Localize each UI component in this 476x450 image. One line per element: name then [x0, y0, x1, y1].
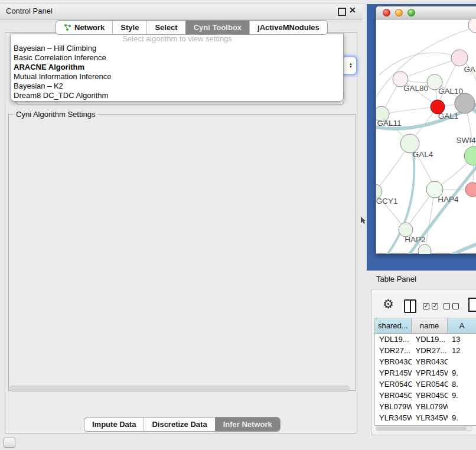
control-panel-tabbar: Network Style Select Cyni Toolbox jActiv… — [56, 20, 328, 35]
table-cell: YBR043C — [412, 356, 448, 367]
settings-horizontal-scrollbar[interactable] — [9, 386, 350, 392]
table-cell: YDR27... — [375, 345, 412, 356]
network-graph-canvas[interactable]: GALGAL80GAL10GAL1GAL11SWI4GAL4GCY1HAP4YH… — [376, 19, 476, 254]
table-cell: YER054C — [375, 379, 412, 390]
table-cell: YBR045C — [375, 390, 412, 401]
algorithm-dropdown-popup: Select algorithm to view settings Bayesi… — [11, 34, 344, 102]
table-cell: YBL079W — [412, 401, 448, 412]
network-node-label: SWI4 — [456, 136, 475, 145]
table-cell: 8. — [448, 379, 476, 390]
table-panel-title: Table Panel — [376, 275, 416, 283]
table-cell: YBL079W — [375, 401, 412, 412]
network-window-titlebar[interactable] — [376, 6, 476, 19]
table-horizontal-scrollbar[interactable] — [376, 426, 472, 431]
select-all-checkboxes-icon[interactable] — [423, 303, 438, 309]
close-window-button[interactable] — [383, 9, 390, 17]
combo-arrows-icon — [349, 63, 353, 69]
network-node[interactable] — [455, 93, 475, 113]
cyni-algorithm-settings-panel: Cyni Algorithm Settings — [8, 114, 356, 391]
screen: { "colors": { "legend_blue": "#2a2ad2", … — [0, 0, 476, 450]
document-icon[interactable] — [468, 298, 476, 312]
cyni-bottom-tabbar: Impute Data Discretize Data Infer Networ… — [84, 417, 281, 432]
table-cell: YBR043C — [375, 356, 412, 367]
table-row[interactable]: YBL079WYBL079W — [375, 401, 476, 412]
table-cell: YDL19... — [375, 334, 412, 345]
tab-network-label: Network — [74, 21, 105, 34]
dropdown-item-highlighted[interactable]: ARACNE Algorithm — [11, 63, 343, 72]
network-node-label: HAP2 — [405, 235, 425, 244]
table-cell: 12 — [448, 345, 476, 356]
control-panel-title: Control Panel — [6, 6, 53, 15]
mouse-cursor — [361, 217, 366, 224]
table-cell: YLR345W — [412, 412, 448, 423]
table-row[interactable]: YLR345WYLR345W9. — [375, 412, 476, 423]
column-header-shared-name[interactable]: shared... — [375, 318, 412, 333]
network-edge — [379, 53, 459, 75]
checkbox-checked-icon — [423, 303, 429, 309]
dropdown-item[interactable]: Mutual Information Inference — [11, 72, 343, 81]
network-node-label: GAL80 — [403, 84, 428, 93]
minimize-window-button[interactable] — [395, 9, 403, 17]
network-node-label: GAL — [464, 65, 476, 74]
dropdown-item[interactable]: Bayesian – K2 — [11, 81, 343, 91]
table-cell: 13 — [448, 334, 476, 345]
table-cell — [448, 401, 476, 412]
table-cell: YPR145W — [412, 367, 448, 379]
dropdown-placeholder: Select algorithm to view settings — [11, 34, 343, 44]
tab-jactivemnodules[interactable]: jActiveMNodules — [249, 21, 327, 34]
table-cell: YDL19... — [412, 334, 448, 345]
dropdown-item[interactable]: Basic Correlation Inference — [11, 53, 343, 63]
network-node[interactable] — [468, 19, 476, 33]
table-cell: YPR145W — [375, 367, 412, 379]
table-row[interactable]: YDL19...YDL19...13 — [375, 334, 476, 345]
column-header-partial[interactable]: A — [448, 318, 476, 333]
table-row[interactable]: YBR043CYBR043C — [375, 356, 476, 367]
tab-network[interactable]: Network — [56, 21, 112, 34]
table-cell: YBR045C — [412, 390, 448, 401]
float-panel-icon[interactable] — [338, 8, 346, 16]
table-row[interactable]: YBR045CYBR045C9. — [375, 390, 476, 401]
table-panel-divider — [367, 270, 476, 271]
settings-group-title: Cyni Algorithm Settings — [14, 110, 97, 119]
tab-cyni-toolbox[interactable]: Cyni Toolbox — [185, 21, 249, 34]
close-panel-icon[interactable]: ✕ — [349, 5, 356, 15]
table-cell: YER054C — [412, 379, 448, 390]
table-row[interactable]: YDR27...YDR27...12 — [375, 345, 476, 356]
tab-discretize-data[interactable]: Discretize Data — [144, 418, 214, 431]
control-panel-titlebar — [0, 4, 362, 20]
network-node-label: GCY1 — [376, 197, 397, 206]
network-node[interactable] — [451, 50, 468, 66]
tab-style[interactable]: Style — [112, 21, 146, 34]
column-header-name[interactable]: name — [412, 318, 448, 333]
table-settings-gear-icon[interactable]: ⚙ — [383, 297, 394, 311]
network-node[interactable] — [464, 146, 476, 165]
network-node-label: GAL10 — [438, 87, 463, 96]
tab-impute-data[interactable]: Impute Data — [84, 418, 144, 431]
table-row[interactable]: YPR145WYPR145W9. — [375, 367, 476, 379]
checkbox-unchecked-icon — [444, 303, 450, 309]
network-node-label: GAL1 — [438, 112, 459, 120]
table-cell: YLR345W — [375, 412, 412, 423]
network-edge-thick — [452, 239, 476, 254]
network-view-window: GALGAL80GAL10GAL1GAL11SWI4GAL4GCY1HAP4YH… — [376, 6, 476, 254]
network-node[interactable] — [465, 182, 476, 197]
table-cell — [448, 356, 476, 367]
network-edge — [382, 107, 438, 114]
tab-select[interactable]: Select — [146, 21, 185, 34]
minimized-panel-icon[interactable] — [4, 438, 15, 448]
zoom-window-button[interactable] — [407, 9, 415, 17]
table-cell: 9. — [448, 367, 476, 379]
dropdown-item[interactable]: Dream8 DC_TDC Algorithm — [11, 91, 343, 100]
table-cell: YDR27... — [412, 345, 448, 356]
checkbox-unchecked-icon — [452, 303, 459, 309]
table-cell: 9. — [448, 390, 476, 401]
column-layout-icon[interactable] — [404, 299, 416, 313]
node-table: shared... name A YDL19...YDL19...13YDR27… — [374, 318, 476, 426]
dropdown-item[interactable]: Bayesian – Hill Climbing — [11, 44, 343, 53]
table-body: YDL19...YDL19...13YDR27...YDR27...12YBR0… — [375, 334, 476, 426]
checkbox-checked-icon — [432, 303, 438, 309]
table-scrollbar-thumb[interactable] — [377, 427, 467, 430]
deselect-checkboxes-icon[interactable] — [444, 303, 459, 309]
table-row[interactable]: YER054CYER054C8. — [375, 379, 476, 390]
tab-infer-network[interactable]: Infer Network — [215, 418, 280, 431]
